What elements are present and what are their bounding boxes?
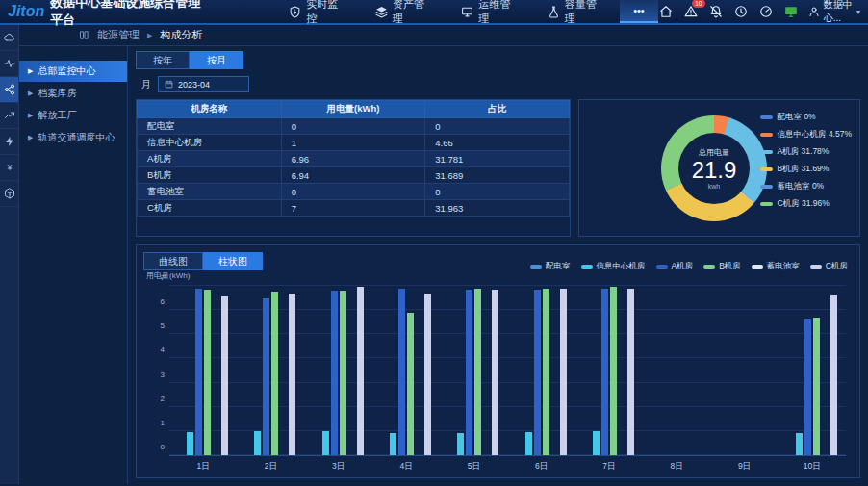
bar[interactable] xyxy=(357,287,364,455)
donut-legend-item[interactable]: C机房 31.96% xyxy=(760,198,852,210)
screen-icon[interactable] xyxy=(783,4,799,19)
table-row[interactable]: 蓄电池室00 xyxy=(138,184,570,200)
donut-legend-item[interactable]: B机房 31.69% xyxy=(760,164,852,175)
y-axis-tick: 6 xyxy=(161,297,165,306)
bar[interactable] xyxy=(407,313,414,455)
bar[interactable] xyxy=(492,290,498,455)
bar[interactable] xyxy=(398,289,405,455)
x-axis-tick: 3日 xyxy=(314,458,364,472)
bar[interactable] xyxy=(322,431,329,455)
table-header-cell: 用电量(kWh) xyxy=(281,101,425,118)
bar-legend-item[interactable]: C机房 xyxy=(810,261,848,272)
y-axis-tick: 4 xyxy=(161,345,165,354)
donut-legend-item[interactable]: 信息中心机房 4.57% xyxy=(760,129,852,141)
x-axis-tick: 7日 xyxy=(584,458,634,472)
month-value: 2023-04 xyxy=(178,80,210,90)
shield-bolt-icon xyxy=(289,6,301,18)
history-icon[interactable] xyxy=(733,4,749,19)
bar[interactable] xyxy=(830,295,837,455)
table-row[interactable]: B机房6.9431.689 xyxy=(138,167,570,184)
table-row[interactable]: A机房6.9631.781 xyxy=(138,151,570,167)
legend-swatch xyxy=(760,150,773,154)
layers-icon xyxy=(375,6,388,18)
bar-legend-item[interactable]: B机房 xyxy=(703,261,741,272)
rail-item-dashboard-cloud[interactable] xyxy=(0,25,18,51)
bar[interactable] xyxy=(796,433,803,455)
bar[interactable] xyxy=(195,289,202,455)
user-menu[interactable]: 数据中心... ▾ xyxy=(808,0,860,25)
bar[interactable] xyxy=(331,291,338,455)
rail-item-trend[interactable] xyxy=(0,103,18,129)
bell-off-icon[interactable] xyxy=(708,4,724,19)
bar[interactable] xyxy=(271,292,278,455)
bar-legend-item[interactable]: A机房 xyxy=(656,261,694,272)
energy-nodes-icon xyxy=(4,84,15,95)
bar[interactable] xyxy=(804,319,811,455)
bar-plot: 01234567 1日2日3日4日5日6日7日8日9日10日 xyxy=(169,286,846,472)
nav-item[interactable]: 实时监控 xyxy=(275,0,353,23)
table-cell: 0 xyxy=(425,184,570,200)
bar[interactable] xyxy=(263,298,269,455)
bar-chart-card: 曲线图柱状图 配电室信息中心机房A机房B机房蓄电池室C机房 用电量(kWh) 0… xyxy=(136,244,860,478)
bar[interactable] xyxy=(204,290,211,455)
bar[interactable] xyxy=(466,290,472,455)
rail-item-bolt[interactable] xyxy=(0,129,18,155)
bar[interactable] xyxy=(474,289,481,455)
table-row[interactable]: 信息中心机房14.66 xyxy=(138,135,570,151)
bar[interactable] xyxy=(601,289,608,455)
home-icon[interactable] xyxy=(658,4,674,19)
rail-item-device-cube[interactable] xyxy=(0,181,18,207)
bar[interactable] xyxy=(187,432,193,455)
bar[interactable] xyxy=(390,433,396,455)
bar[interactable] xyxy=(627,289,634,455)
donut-legend-item[interactable]: 蓄电池室 0% xyxy=(760,181,852,192)
bar[interactable] xyxy=(813,318,820,455)
bar[interactable] xyxy=(543,289,549,455)
period-tab[interactable]: 按年 xyxy=(136,51,190,69)
table-cell: 7 xyxy=(281,200,425,217)
bar-legend-item[interactable]: 蓄电池室 xyxy=(752,261,800,272)
nav-item[interactable]: 运维管理 xyxy=(447,0,525,23)
bar[interactable] xyxy=(340,291,346,455)
breadcrumb-parent[interactable]: 能源管理 xyxy=(97,28,140,42)
bar[interactable] xyxy=(593,431,600,455)
breadcrumb: 能源管理 ▶ 构成分析 xyxy=(19,25,868,46)
bar[interactable] xyxy=(424,294,431,455)
bar[interactable] xyxy=(457,433,464,455)
rail-item-monitor-pulse[interactable] xyxy=(0,51,18,77)
bar[interactable] xyxy=(525,432,532,455)
tree-item[interactable]: ▶档案库房 xyxy=(19,83,127,104)
period-tab[interactable]: 按月 xyxy=(190,51,243,69)
alarm-triangle-icon[interactable]: 10 xyxy=(683,4,699,19)
month-picker[interactable]: 2023-04 xyxy=(158,76,249,92)
y-axis-tick: 1 xyxy=(161,418,165,426)
bar[interactable] xyxy=(534,290,541,455)
donut-legend-item[interactable]: A机房 31.78% xyxy=(760,146,852,158)
gauge-icon[interactable] xyxy=(758,4,774,19)
table-row[interactable]: 配电室00 xyxy=(138,118,570,135)
rail-item-cost-yen[interactable]: ¥ xyxy=(0,155,18,181)
tree-item[interactable]: ▶解放工厂 xyxy=(19,105,127,126)
bar-legend-item[interactable]: 信息中心机房 xyxy=(581,261,646,272)
rail-item-energy-nodes[interactable] xyxy=(0,77,18,103)
bar[interactable] xyxy=(289,294,295,455)
nav-item[interactable]: 容量管理 xyxy=(534,0,612,23)
chart-type-tab[interactable]: 曲线图 xyxy=(143,252,203,270)
bar-legend-item[interactable]: 配电室 xyxy=(530,261,571,272)
chart-type-tab[interactable]: 柱状图 xyxy=(203,252,263,270)
logo: Jiton xyxy=(8,3,44,20)
tree-item[interactable]: ▶轨道交通调度中心 xyxy=(19,127,127,148)
panel-toggle-icon[interactable] xyxy=(79,30,89,40)
nav-item[interactable]: 资产管理 xyxy=(362,0,440,23)
nav-item[interactable]: ••• xyxy=(620,0,658,23)
donut-legend-item[interactable]: 配电室 0% xyxy=(760,112,852,123)
bar[interactable] xyxy=(560,289,567,455)
table-row[interactable]: C机房731.963 xyxy=(138,200,570,217)
bar[interactable] xyxy=(221,296,228,455)
x-axis-tick: 4日 xyxy=(381,458,431,472)
tree-item[interactable]: ▶总部监控中心 xyxy=(19,61,127,82)
bar[interactable] xyxy=(254,431,261,455)
breadcrumb-current: 构成分析 xyxy=(160,28,202,42)
bar[interactable] xyxy=(610,287,617,455)
donut-center: 总用电量 21.9 kwh xyxy=(678,133,750,204)
